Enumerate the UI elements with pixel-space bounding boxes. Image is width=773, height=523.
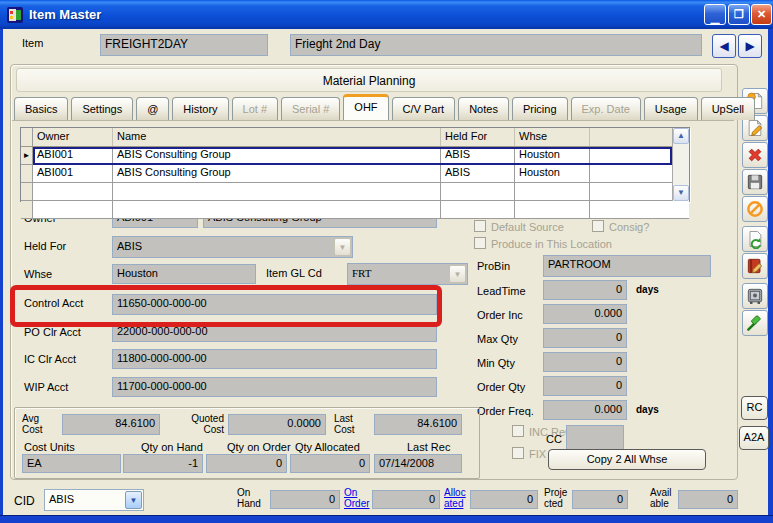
whse-field[interactable]: Houston <box>112 264 256 284</box>
title-bar[interactable]: Item Master <box>0 0 773 29</box>
rc-button[interactable]: RC <box>741 396 768 420</box>
item-description-field[interactable]: Frieght 2nd Day <box>290 34 702 56</box>
tab-usage[interactable]: Usage <box>644 97 698 120</box>
gavel-button[interactable] <box>742 310 768 336</box>
avg-cost-field: 84.6100 <box>62 414 160 435</box>
previous-item-button[interactable]: ◀ <box>712 34 736 58</box>
cid-combobox[interactable]: ABIS ▼ <box>44 489 144 511</box>
cell-empty <box>590 201 654 218</box>
po-clr-acct-field[interactable]: 22000-000-000-00 <box>112 322 437 342</box>
cell-empty <box>515 183 590 200</box>
cc-field[interactable] <box>566 425 624 451</box>
cell-name[interactable]: ABIS Consulting Group <box>113 147 441 164</box>
order-freq-field[interactable]: 0.000 <box>543 400 627 420</box>
post-document-button[interactable] <box>742 226 768 252</box>
tab-at[interactable]: @ <box>136 97 169 120</box>
tab-pricing[interactable]: Pricing <box>512 97 568 120</box>
control-acct-field[interactable]: 11650-000-000-00 <box>112 294 437 315</box>
cell-name[interactable]: ABIS Consulting Group <box>113 165 441 182</box>
allocated-field: 0 <box>470 490 538 509</box>
default-source-label: Default Source <box>491 221 564 233</box>
cancel-button[interactable] <box>742 196 768 222</box>
cell-empty <box>113 201 441 218</box>
probin-label: ProBin <box>477 260 510 272</box>
tab-basics[interactable]: Basics <box>14 97 68 120</box>
row-indicator <box>21 201 33 218</box>
minimize-icon: ▁ <box>711 12 719 25</box>
cell-empty <box>515 201 590 218</box>
scroll-down-button[interactable]: ▼ <box>673 185 689 201</box>
grid-header-held-for[interactable]: Held For <box>441 128 515 146</box>
row-indicator-icon: ► <box>21 147 33 164</box>
chevron-down-icon: ▼ <box>677 188 685 197</box>
order-qty-field[interactable]: 0 <box>543 376 627 396</box>
item-gl-value: FRT <box>352 267 372 279</box>
cell-owner[interactable]: ABI001 <box>33 147 113 164</box>
grid-header-name[interactable]: Name <box>113 128 441 146</box>
whse-label: Whse <box>24 268 52 280</box>
table-row-empty <box>21 201 689 219</box>
held-for-combobox[interactable]: ABIS ▼ <box>112 236 353 258</box>
next-item-button[interactable]: ▶ <box>738 34 762 58</box>
tab-ohf[interactable]: OHF <box>343 94 388 120</box>
cell-whse[interactable]: Houston <box>515 147 590 164</box>
grid-header-owner[interactable]: Owner <box>33 128 113 146</box>
table-row[interactable]: ABI001 ABIS Consulting Group ABIS Housto… <box>21 165 689 183</box>
grid-header-whse[interactable]: Whse <box>515 128 590 146</box>
item-code-field[interactable]: FREIGHT2DAY <box>100 34 268 56</box>
po-clr-acct-label: PO Clr Acct <box>24 326 81 338</box>
cell-owner[interactable]: ABI001 <box>33 165 113 182</box>
inc-reord-checkbox <box>512 425 524 437</box>
tab-upsell[interactable]: UpSell <box>701 97 755 120</box>
arrow-right-icon: ▶ <box>745 39 754 53</box>
qty-allocated-field: 0 <box>290 454 370 473</box>
projected-field: 0 <box>572 490 628 509</box>
produce-location-checkbox <box>474 237 486 249</box>
minimize-button[interactable]: ▁ <box>704 4 726 25</box>
vault-icon <box>745 286 765 306</box>
order-qty-label: Order Qty <box>477 381 525 393</box>
copy-all-whse-button[interactable]: Copy 2 All Whse <box>548 449 706 470</box>
order-inc-field[interactable]: 0.000 <box>543 304 627 324</box>
grid-scrollbar[interactable]: ▲ ▼ <box>672 128 689 201</box>
item-gl-combobox[interactable]: FRT ▼ <box>347 263 468 285</box>
projected-label: Proje cted <box>544 487 574 509</box>
min-qty-label: Min Qty <box>477 357 515 369</box>
min-qty-field[interactable]: 0 <box>543 352 627 372</box>
order-freq-label: Order Freq. <box>477 405 534 417</box>
cell-extra[interactable] <box>590 165 654 182</box>
tab-notes[interactable]: Notes <box>458 97 509 120</box>
leadtime-field[interactable]: 0 <box>543 280 627 300</box>
journal-edit-button[interactable] <box>742 253 768 279</box>
tab-cv-part[interactable]: C/V Part <box>392 97 456 120</box>
vault-button[interactable] <box>742 283 768 309</box>
cell-whse[interactable]: Houston <box>515 165 590 182</box>
cell-empty <box>113 183 441 200</box>
tab-history[interactable]: History <box>172 97 228 120</box>
ic-clr-acct-field[interactable]: 11800-000-000-00 <box>112 349 437 369</box>
probin-field[interactable]: PARTROOM <box>543 255 711 277</box>
qty-allocated-label: Qty Allocated <box>295 441 360 453</box>
save-button[interactable] <box>742 169 768 195</box>
tab-settings[interactable]: Settings <box>71 97 133 120</box>
cell-extra[interactable] <box>590 147 654 164</box>
journal-edit-icon <box>745 256 765 276</box>
grid-header-extra <box>590 128 654 146</box>
close-button[interactable]: ✕ <box>751 4 772 25</box>
row-indicator <box>21 183 33 200</box>
a2a-button[interactable]: A2A <box>739 426 769 450</box>
cost-units-label: Cost Units <box>24 441 75 453</box>
default-source-checkbox <box>474 220 486 232</box>
tab-serial: Serial # <box>281 97 340 120</box>
cell-held-for[interactable]: ABIS <box>441 147 515 164</box>
on-hand-label: On Hand <box>237 487 269 509</box>
max-qty-field[interactable]: 0 <box>543 328 627 348</box>
delete-button[interactable] <box>742 142 768 168</box>
cell-held-for[interactable]: ABIS <box>441 165 515 182</box>
table-row[interactable]: ► ABI001 ABIS Consulting Group ABIS Hous… <box>21 147 689 165</box>
qty-on-hand-field: -1 <box>123 454 203 473</box>
scroll-up-button[interactable]: ▲ <box>673 128 689 144</box>
maximize-button[interactable]: ❒ <box>728 4 750 25</box>
last-cost-field: 84.6100 <box>374 414 462 435</box>
wip-acct-field[interactable]: 11700-000-000-00 <box>112 377 437 397</box>
